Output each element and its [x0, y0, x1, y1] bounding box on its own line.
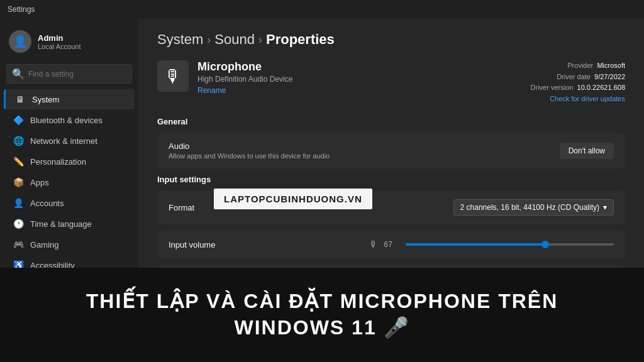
sidebar-label-accessibility: Accessibility — [30, 261, 75, 268]
user-subtitle: Local Account — [38, 43, 81, 50]
network-icon: 🌐 — [13, 136, 24, 146]
breadcrumb-sep-2: › — [258, 33, 262, 47]
gaming-icon: 🎮 — [13, 239, 24, 250]
driver-version: Driver version 10.0.22621.608 — [531, 82, 625, 94]
section-input: Input settings — [157, 175, 625, 184]
audio-sublabel: Allow apps and Windows to use this devic… — [169, 152, 330, 160]
microphone-icon: 🎙 — [157, 60, 189, 92]
breadcrumb-properties: Properties — [266, 31, 335, 48]
system-icon: 🖥 — [14, 94, 26, 104]
volume-card: Input volume 🎙 67 — [157, 231, 625, 258]
sidebar-item-accessibility[interactable]: ♿ Accessibility — [4, 255, 135, 268]
personalization-icon: ✏️ — [13, 156, 24, 167]
audio-card: Audio Allow apps and Windows to use this… — [157, 133, 625, 168]
accounts-icon: 👤 — [13, 198, 24, 208]
chevron-down-icon: ▾ — [603, 203, 607, 212]
sidebar-label-personalization: Personalization — [30, 157, 86, 167]
rename-link[interactable]: Rename — [197, 86, 522, 95]
device-name: Microphone — [197, 60, 522, 74]
format-value: 2 channels, 16 bit, 44100 Hz (CD Quality… — [460, 203, 599, 212]
volume-info: Input volume — [169, 240, 215, 250]
banner-line2: WINDOWS 11 🎤 — [234, 315, 409, 341]
banner-line1: THIẾT LẬP VÀ CÀI ĐẶT MICROPHONE TRÊN — [86, 288, 558, 315]
sidebar-item-system[interactable]: 🖥 System — [4, 89, 135, 109]
format-label: Format — [169, 203, 194, 212]
breadcrumb: System › Sound › Properties — [157, 31, 625, 48]
watermark: LAPTOPCUBINHDUONG.VN — [214, 189, 372, 209]
search-input[interactable] — [28, 70, 126, 79]
bluetooth-icon: 🔷 — [13, 115, 24, 125]
sidebar-item-time[interactable]: 🕐 Time & language — [4, 214, 135, 234]
sidebar-label-accounts: Accounts — [30, 199, 64, 208]
format-info: Format — [169, 203, 194, 212]
sidebar-label-time: Time & language — [30, 219, 92, 229]
title-bar-label: Settings — [8, 5, 35, 14]
audio-info: Audio Allow apps and Windows to use this… — [169, 141, 330, 160]
sidebar-label-system: System — [32, 95, 59, 104]
user-info: Admin Local Account — [38, 33, 81, 50]
device-type: High Definition Audio Device — [197, 75, 522, 84]
driver-provider: Provider Microsoft — [531, 60, 625, 72]
title-bar: Settings — [0, 0, 644, 19]
accessibility-icon: ♿ — [13, 260, 24, 268]
apps-icon: 📦 — [13, 177, 24, 187]
user-name: Admin — [38, 33, 81, 43]
avatar: 👤 — [9, 30, 31, 53]
driver-update-link[interactable]: Check for driver updates — [531, 94, 625, 105]
sidebar-item-bluetooth[interactable]: 🔷 Bluetooth & devices — [4, 110, 135, 130]
breadcrumb-sep-1: › — [207, 33, 211, 47]
user-profile: 👤 Admin Local Account — [0, 24, 138, 59]
search-icon: 🔍 — [12, 68, 25, 80]
audio-label: Audio — [169, 141, 330, 151]
sidebar-label-bluetooth: Bluetooth & devices — [30, 116, 103, 125]
volume-slider-row: 🎙 67 — [369, 239, 614, 250]
format-dropdown[interactable]: 2 channels, 16 bit, 44100 Hz (CD Quality… — [453, 199, 614, 216]
driver-info: Provider Microsoft Driver date 9/27/2022… — [531, 60, 625, 104]
volume-label: Input volume — [169, 240, 215, 250]
sidebar: 👤 Admin Local Account 🔍 🖥 System 🔷 Bluet… — [0, 19, 138, 268]
test-card: Test your microphone Select Start test a… — [157, 265, 625, 268]
content-area: System › Sound › Properties 🎙 Microphone… — [138, 19, 644, 268]
sidebar-item-accounts[interactable]: 👤 Accounts — [4, 193, 135, 213]
search-box[interactable]: 🔍 — [6, 64, 132, 84]
dont-allow-button[interactable]: Don't allow — [560, 143, 614, 159]
volume-slider[interactable] — [406, 243, 614, 246]
sidebar-item-gaming[interactable]: 🎮 Gaming — [4, 234, 135, 255]
sidebar-item-network[interactable]: 🌐 Network & internet — [4, 131, 135, 151]
section-general: General — [157, 117, 625, 126]
sidebar-item-apps[interactable]: 📦 Apps — [4, 172, 135, 192]
breadcrumb-sound[interactable]: Sound — [214, 31, 255, 48]
device-header: 🎙 Microphone High Definition Audio Devic… — [157, 60, 625, 104]
sidebar-label-apps: Apps — [30, 178, 49, 187]
microphone-volume-icon: 🎙 — [369, 239, 378, 250]
sidebar-label-network: Network & internet — [30, 136, 97, 146]
bottom-banner: THIẾT LẬP VÀ CÀI ĐẶT MICROPHONE TRÊN WIN… — [0, 268, 644, 362]
driver-date: Driver date 9/27/2022 — [531, 72, 625, 83]
sidebar-label-gaming: Gaming — [30, 240, 59, 250]
device-details: Microphone High Definition Audio Device … — [197, 60, 522, 95]
sidebar-item-personalization[interactable]: ✏️ Personalization — [4, 151, 135, 172]
breadcrumb-system[interactable]: System — [157, 31, 203, 48]
time-icon: 🕐 — [13, 219, 24, 229]
volume-value: 67 — [384, 240, 399, 249]
